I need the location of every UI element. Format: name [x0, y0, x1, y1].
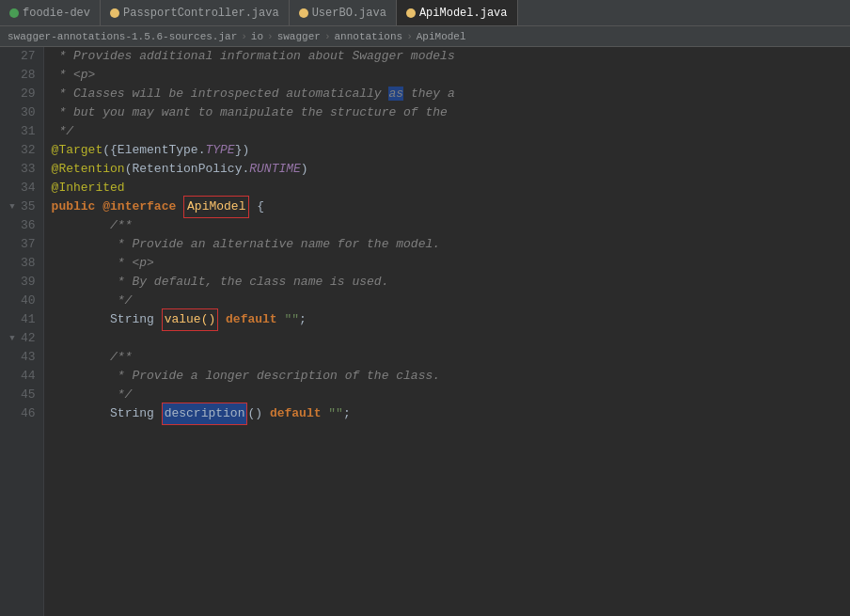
line-num-46: 46 — [8, 404, 36, 423]
code-line-39: * By default, the class name is used. — [52, 273, 842, 292]
tab-label-passport: PassportController.java — [123, 7, 279, 20]
line-num-33: 33 — [8, 160, 36, 179]
apimodel-highlight: ApiModel — [183, 196, 249, 218]
breadcrumb-sep3: › — [324, 31, 331, 42]
tab-icon-foodie — [9, 8, 19, 18]
value-highlight: value() — [162, 308, 219, 331]
line-num-30: 30 — [8, 103, 36, 122]
tab-label-userbo: UserBO.java — [312, 7, 386, 20]
code-line-47 — [52, 423, 842, 442]
line-num-27: 27 — [8, 47, 36, 66]
code-line-30: * but you may want to manipulate the str… — [52, 103, 842, 122]
line-num-32: 32 — [8, 141, 36, 160]
breadcrumb-jar: swagger-annotations-1.5.6-sources.jar — [8, 31, 237, 42]
line-num-31: 31 — [8, 122, 36, 141]
code-line-33: @Retention(RetentionPolicy.RUNTIME) — [52, 160, 842, 179]
fold-icon-42[interactable]: ▼ — [8, 334, 17, 343]
line-num-34: 34 — [8, 179, 36, 197]
code-line-40: */ — [52, 292, 842, 310]
line-num-28: 28 — [8, 66, 36, 85]
breadcrumb-swagger: swagger — [277, 31, 321, 42]
line-num-45: 45 — [8, 386, 36, 404]
breadcrumb-sep2: › — [267, 31, 274, 42]
line-num-36: 36 — [8, 216, 36, 235]
code-line-34: @Inherited — [52, 179, 842, 197]
tab-userbo[interactable]: UserBO.java — [290, 0, 397, 25]
tab-label-foodie: foodie-dev — [23, 7, 90, 20]
code-line-36: /** — [52, 216, 842, 235]
code-line-31: */ — [52, 122, 842, 141]
tab-label-apimodel: ApiModel.java — [419, 7, 508, 20]
tab-apimodel[interactable]: ApiModel.java — [397, 0, 518, 25]
line-num-40: 40 — [8, 292, 36, 310]
line-num-29: 29 — [8, 85, 36, 103]
breadcrumb-file: ApiModel — [417, 31, 466, 42]
line-num-35: ▼ 35 — [8, 197, 36, 216]
line-num-37: 37 — [8, 235, 36, 254]
code-line-46: String description() default ""; — [52, 404, 842, 423]
line-num-41: 41 — [8, 310, 36, 329]
fold-icon-35[interactable]: ▼ — [8, 202, 17, 212]
description-highlight: description — [162, 403, 248, 425]
tab-passport-controller[interactable]: PassportController.java — [101, 0, 290, 25]
tab-foodie-dev[interactable]: foodie-dev — [0, 0, 101, 25]
code-line-38: * <p> — [52, 254, 842, 273]
code-line-45: */ — [52, 386, 842, 404]
breadcrumb-annotations: annotations — [335, 31, 403, 42]
code-line-28: * <p> — [52, 66, 842, 85]
line-numbers: 27 28 29 30 31 32 33 34 ▼ 35 36 37 38 39… — [0, 47, 44, 616]
code-area: 27 28 29 30 31 32 33 34 ▼ 35 36 37 38 39… — [0, 47, 850, 616]
line-num-42: ▼ 42 — [8, 329, 36, 348]
code-line-41: String value() default ""; — [52, 310, 842, 329]
code-line-27: * Provides additional information about … — [52, 47, 842, 66]
code-line-37: * Provide an alternative name for the mo… — [52, 235, 842, 254]
tab-icon-apimodel — [406, 8, 416, 18]
code-line-44: * Provide a longer description of the cl… — [52, 367, 842, 386]
code-line-43: /** — [52, 348, 842, 367]
line-num-43: 43 — [8, 348, 36, 367]
breadcrumb-io: io — [251, 31, 263, 42]
tab-icon-passport — [110, 8, 119, 18]
line-num-39: 39 — [8, 273, 36, 292]
code-line-42 — [52, 329, 842, 348]
code-editor: 27 28 29 30 31 32 33 34 ▼ 35 36 37 38 39… — [0, 47, 850, 616]
tab-icon-userbo — [299, 8, 308, 18]
breadcrumb-sep1: › — [241, 31, 247, 42]
breadcrumb: swagger-annotations-1.5.6-sources.jar › … — [0, 26, 850, 47]
breadcrumb-sep4: › — [406, 31, 413, 42]
code-line-29: * Classes will be introspected automatic… — [52, 85, 842, 103]
tab-bar: foodie-dev PassportController.java UserB… — [0, 0, 850, 26]
code-line-35: public @interface ApiModel { — [52, 197, 842, 216]
line-num-44: 44 — [8, 367, 36, 386]
code-line-32: @Target({ElementType.TYPE}) — [52, 141, 842, 160]
code-content[interactable]: * Provides additional information about … — [44, 47, 850, 616]
line-num-38: 38 — [8, 254, 36, 273]
